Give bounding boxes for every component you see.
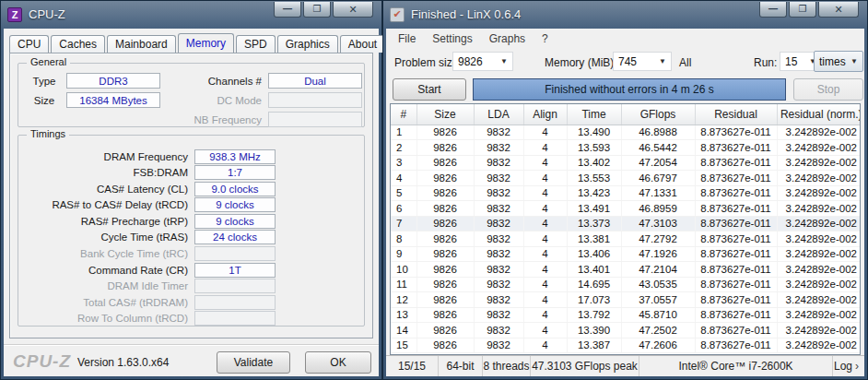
table-cell: 10 xyxy=(391,262,416,278)
field-label: Size xyxy=(22,95,66,106)
table-cell: 8.873627e-011 xyxy=(695,307,777,323)
minimize-icon[interactable]: — xyxy=(274,2,301,18)
table-cell: 8 xyxy=(391,232,416,247)
linx-table-row[interactable]: 1 9826 9832 4 13.490 46.8988 8.873627e-0… xyxy=(391,125,861,140)
maximize-icon[interactable]: ❐ xyxy=(789,2,816,18)
cpuz-tab[interactable]: SPD xyxy=(236,35,276,53)
table-cell: 46.8959 xyxy=(621,201,695,217)
timing-row: DRAM Idle Timer xyxy=(22,279,360,294)
table-cell: 9832 xyxy=(474,232,523,247)
close-icon[interactable]: ✕ xyxy=(333,2,373,18)
table-cell: 3.242892e-002 xyxy=(777,277,861,292)
run-unit-combobox[interactable]: times ▼ xyxy=(814,51,863,72)
general-right-column: Channels # Dual DC Mode NB Frequency xyxy=(186,71,362,129)
maximize-icon[interactable]: ❐ xyxy=(303,2,331,18)
table-header-cell[interactable]: Align xyxy=(523,104,567,125)
start-button[interactable]: Start xyxy=(393,78,466,101)
table-cell: 3.242892e-002 xyxy=(777,140,861,156)
field-value: 16384 MBytes xyxy=(66,92,160,108)
table-cell: 8.873627e-011 xyxy=(695,216,777,232)
timing-label: DRAM Idle Timer xyxy=(22,280,188,291)
linx-table-row[interactable]: 15 9826 9832 4 13.387 47.2606 8.873627e-… xyxy=(391,338,861,353)
table-cell: 9832 xyxy=(474,185,523,201)
table-cell: 43.0535 xyxy=(621,277,695,292)
table-cell: 9826 xyxy=(416,185,474,201)
cpuz-window-title: CPU-Z xyxy=(29,7,65,21)
linx-table-row[interactable]: 7 9826 9832 4 13.373 47.3103 8.873627e-0… xyxy=(391,216,861,232)
ok-button[interactable]: OK xyxy=(305,351,371,374)
table-cell: 4 xyxy=(523,125,567,140)
table-header-cell[interactable]: Residual xyxy=(695,104,777,125)
linx-table-row[interactable]: 6 9826 9832 4 13.491 46.8959 8.873627e-0… xyxy=(391,201,861,217)
log-button[interactable]: Log› xyxy=(833,356,864,376)
linx-table-row[interactable]: 9 9826 9832 4 13.406 47.1926 8.873627e-0… xyxy=(391,246,861,262)
linx-table-row[interactable]: 12 9826 9832 4 17.073 37.0557 8.873627e-… xyxy=(391,292,861,308)
cpuz-version: Version 1.63.0.x64 xyxy=(77,356,169,369)
validate-button[interactable]: Validate xyxy=(217,351,290,374)
table-header-cell[interactable]: Residual (norm.) xyxy=(777,104,861,125)
cpuz-tab[interactable]: Memory xyxy=(178,33,234,53)
menu-item[interactable]: File xyxy=(390,32,424,45)
results-table: # Size LDA Align Time GFlops xyxy=(390,103,861,355)
table-header-cell[interactable]: Size xyxy=(416,104,474,125)
stop-button[interactable]: Stop xyxy=(793,78,863,101)
table-cell: 47.2104 xyxy=(621,262,695,278)
menu-item[interactable]: ? xyxy=(534,32,557,45)
close-icon[interactable]: ✕ xyxy=(818,2,859,18)
linx-table-row[interactable]: 4 9826 9832 4 13.553 46.6797 8.873627e-0… xyxy=(391,171,861,186)
run-unit-value: times xyxy=(819,55,846,68)
linx-table-row[interactable]: 2 9826 9832 4 13.593 46.5442 8.873627e-0… xyxy=(391,140,861,156)
problem-size-label: Problem size: xyxy=(394,56,462,69)
timing-row: DRAM Frequency 938.3 MHz xyxy=(22,148,360,164)
cpuz-tab[interactable]: Mainboard xyxy=(107,35,176,53)
cpuz-tab-bar: CPU Caches Mainboard Memory SPD Graphics… xyxy=(9,33,373,53)
timing-value: 9 clocks xyxy=(194,214,276,229)
cpuz-tab[interactable]: Graphics xyxy=(277,35,338,53)
table-cell: 4 xyxy=(523,292,567,308)
chevron-down-icon: ▼ xyxy=(654,57,666,65)
table-cell: 8.873627e-011 xyxy=(695,140,777,156)
table-cell: 9832 xyxy=(474,307,523,323)
cpuz-tab[interactable]: About xyxy=(340,35,385,53)
linx-table-row[interactable]: 5 9826 9832 4 13.423 47.1331 8.873627e-0… xyxy=(391,185,861,201)
table-header-cell[interactable]: LDA xyxy=(474,104,523,125)
linx-window: ✔ Finished - LinX 0.6.4 — ❐ ✕ File Setti… xyxy=(382,0,868,380)
table-header-cell[interactable]: Time xyxy=(567,104,621,125)
linx-table-row[interactable]: 14 9826 9832 4 13.390 47.2502 8.873627e-… xyxy=(391,323,861,338)
table-cell: 4 xyxy=(523,185,567,201)
linx-table-row[interactable]: 11 9826 9832 4 14.695 43.0535 8.873627e-… xyxy=(391,277,861,292)
table-header-cell[interactable]: # xyxy=(391,104,416,125)
cpuz-tab[interactable]: Caches xyxy=(51,35,105,53)
linx-table-row[interactable]: 13 9826 9832 4 13.792 45.8710 8.873627e-… xyxy=(391,307,861,323)
table-cell: 14 xyxy=(391,323,416,338)
table-cell: 3.242892e-002 xyxy=(777,246,861,262)
problem-size-combobox[interactable]: 9826 ▼ xyxy=(452,52,513,71)
table-cell: 13.491 xyxy=(567,201,621,217)
menu-item[interactable]: Settings xyxy=(424,32,480,45)
linx-table-row[interactable]: 3 9826 9832 4 13.402 47.2054 8.873627e-0… xyxy=(391,155,861,171)
table-header-cell[interactable]: GFlops xyxy=(621,104,695,125)
timing-label: Bank Cycle Time (tRC) xyxy=(22,248,188,259)
table-cell: 4 xyxy=(391,171,416,186)
timing-value: 1T xyxy=(194,263,276,278)
table-cell: 9826 xyxy=(416,246,474,262)
memory-combobox[interactable]: 745 ▼ xyxy=(613,52,672,71)
table-cell: 8.873627e-011 xyxy=(695,292,777,308)
menu-item[interactable]: Graphs xyxy=(481,32,534,45)
minimize-icon[interactable]: — xyxy=(759,2,787,18)
cpuz-tab[interactable]: CPU xyxy=(9,35,49,53)
table-cell: 46.6797 xyxy=(621,171,695,186)
timing-value xyxy=(194,295,276,310)
table-cell: 9826 xyxy=(416,232,474,247)
linx-table-row[interactable]: 8 9826 9832 4 13.381 47.2792 8.873627e-0… xyxy=(391,232,861,247)
table-cell: 8.873627e-011 xyxy=(695,185,777,201)
linx-table-row[interactable]: 10 9826 9832 4 13.401 47.2104 8.873627e-… xyxy=(391,262,861,278)
timing-row: Bank Cycle Time (tRC) xyxy=(22,246,360,262)
timing-value xyxy=(194,311,276,326)
table-cell: 14.695 xyxy=(567,277,621,292)
timing-label: RAS# Precharge (tRP) xyxy=(22,216,188,227)
table-cell: 13.423 xyxy=(567,185,621,201)
table-cell: 9826 xyxy=(416,171,474,186)
timing-row: Total CAS# (tRDRAM) xyxy=(22,294,360,310)
table-cell: 9826 xyxy=(416,140,474,156)
